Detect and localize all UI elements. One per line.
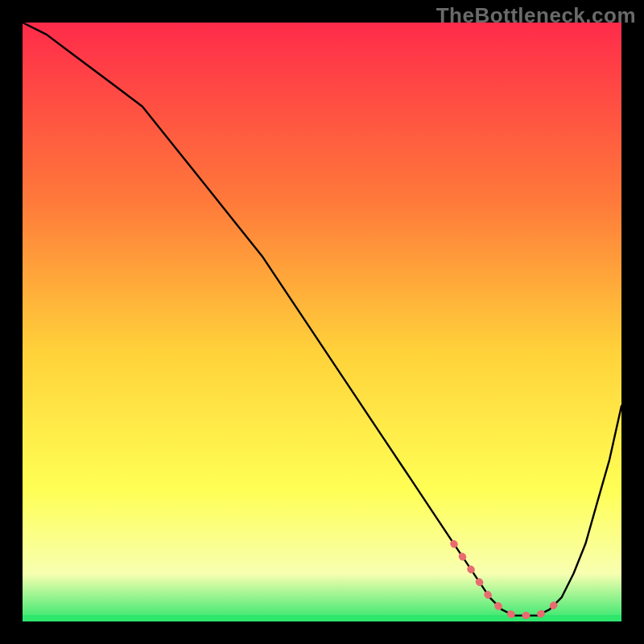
background-gradient xyxy=(23,23,621,621)
chart-frame: TheBottleneck.com xyxy=(0,0,644,644)
chart-svg xyxy=(23,23,621,621)
watermark-text: TheBottleneck.com xyxy=(436,3,636,28)
plot-area xyxy=(23,23,621,621)
